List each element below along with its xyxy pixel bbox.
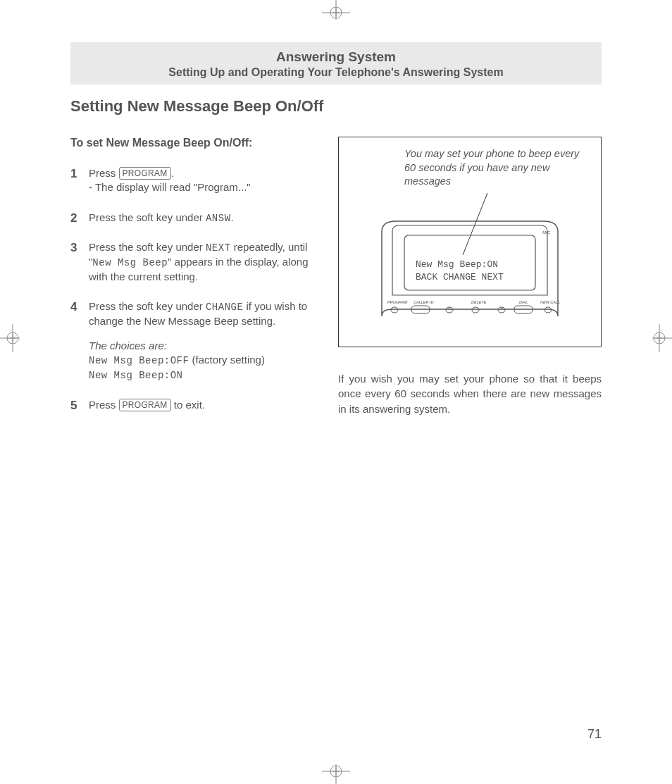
choices-label: The choices are:	[89, 339, 310, 353]
steps-list: Press PROGRAM. - The display will read "…	[70, 166, 310, 412]
crop-mark-right	[645, 317, 672, 359]
step-1-text-b: .	[171, 167, 174, 179]
crop-mark-bottom	[315, 757, 357, 784]
phone-illustration: MIC New Msg Beep:ON BACK CHANGE NEXT PRO…	[361, 193, 579, 334]
program-keycap-2: PROGRAM	[119, 399, 171, 411]
step-4-text-a: Press the soft key under	[89, 300, 206, 312]
step-2-text-b: .	[231, 211, 234, 223]
program-keycap: PROGRAM	[119, 167, 171, 180]
intro-heading: To set New Message Beep On/Off:	[70, 137, 310, 149]
step-5: Press PROGRAM to exit.	[70, 398, 310, 412]
lcd-answ: ANSW	[206, 213, 231, 224]
btn-label-newcall: NEW CALL	[540, 300, 560, 304]
factory-suffix: (factory setting)	[189, 354, 265, 366]
lcd-next: NEXT	[206, 242, 231, 254]
step-1-sub: - The display will read "Program..."	[89, 181, 251, 193]
crop-mark-top	[315, 0, 357, 27]
figure-caption: You may set your phone to beep every 60 …	[404, 147, 588, 189]
mic-label: MIC	[542, 230, 551, 235]
screen-line-2: BACK CHANGE NEXT	[416, 272, 504, 282]
screen-line-1: New Msg Beep:ON	[416, 259, 498, 270]
left-column: To set New Message Beep On/Off: Press PR…	[70, 137, 310, 428]
page-header: Answering System Setting Up and Operatin…	[70, 42, 602, 85]
step-2-text-a: Press the soft key under	[89, 211, 206, 223]
lcd-newmsgbeep: New Msg Beep	[92, 257, 168, 268]
step-1: Press PROGRAM. - The display will read "…	[70, 166, 310, 195]
figure-box: You may set your phone to beep every 60 …	[338, 137, 602, 347]
lcd-change: CHANGE	[206, 301, 243, 313]
step-4: Press the soft key under CHANGE if you w…	[70, 299, 310, 382]
step-3: Press the soft key under NEXT repeatedly…	[70, 240, 310, 284]
svg-text:>: >	[500, 306, 503, 311]
step-3-text-a: Press the soft key under	[89, 241, 206, 253]
body-paragraph: If you wish you may set your phone so th…	[338, 371, 602, 417]
section-title: Setting New Message Beep On/Off	[70, 97, 602, 116]
svg-point-24	[391, 307, 398, 313]
btn-label-dial: DIAL	[519, 300, 528, 304]
step-2: Press the soft key under ANSW.	[70, 211, 310, 225]
lcd-off: New Msg Beep:OFF	[89, 355, 189, 366]
svg-point-27	[472, 307, 479, 313]
lcd-on: New Msg Beep:ON	[89, 370, 183, 381]
step-5-text-b: to exit.	[171, 399, 205, 411]
step-1-text-a: Press	[89, 167, 119, 179]
btn-label-program: PROGRAM	[387, 300, 408, 304]
btn-label-callerid: CALLER ID	[413, 300, 433, 304]
header-subtitle: Setting Up and Operating Your Telephone'…	[76, 66, 596, 79]
right-column: You may set your phone to beep every 60 …	[338, 137, 602, 428]
btn-label-delete: DELETE	[471, 300, 487, 304]
step-5-text-a: Press	[89, 399, 119, 411]
page-number: 71	[587, 727, 602, 742]
header-title: Answering System	[76, 49, 596, 65]
svg-line-20	[463, 193, 487, 255]
svg-text:<: <	[448, 306, 451, 311]
crop-mark-left	[0, 317, 27, 359]
